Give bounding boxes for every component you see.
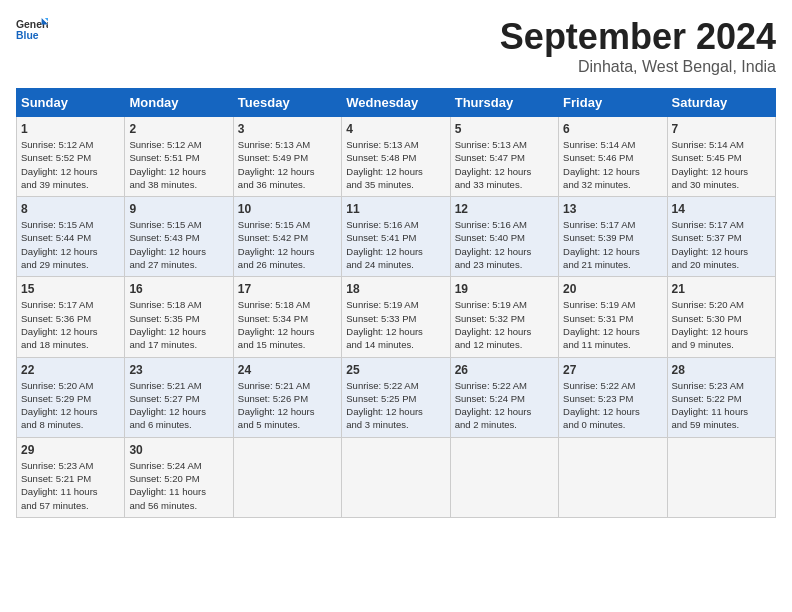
- day-number: 29: [21, 443, 120, 457]
- table-cell: [233, 437, 341, 517]
- table-cell: [667, 437, 775, 517]
- table-cell: 9Sunrise: 5:15 AMSunset: 5:43 PMDaylight…: [125, 197, 233, 277]
- day-number: 1: [21, 122, 120, 136]
- table-cell: 1Sunrise: 5:12 AMSunset: 5:52 PMDaylight…: [17, 117, 125, 197]
- day-number: 12: [455, 202, 554, 216]
- day-info: Sunrise: 5:19 AMSunset: 5:32 PMDaylight:…: [455, 298, 554, 351]
- table-cell: 25Sunrise: 5:22 AMSunset: 5:25 PMDayligh…: [342, 357, 450, 437]
- day-info: Sunrise: 5:18 AMSunset: 5:35 PMDaylight:…: [129, 298, 228, 351]
- day-number: 8: [21, 202, 120, 216]
- day-number: 21: [672, 282, 771, 296]
- table-cell: 23Sunrise: 5:21 AMSunset: 5:27 PMDayligh…: [125, 357, 233, 437]
- day-number: 6: [563, 122, 662, 136]
- calendar-table: Sunday Monday Tuesday Wednesday Thursday…: [16, 88, 776, 518]
- calendar-row: 8Sunrise: 5:15 AMSunset: 5:44 PMDaylight…: [17, 197, 776, 277]
- day-info: Sunrise: 5:20 AMSunset: 5:30 PMDaylight:…: [672, 298, 771, 351]
- day-info: Sunrise: 5:16 AMSunset: 5:40 PMDaylight:…: [455, 218, 554, 271]
- col-thursday: Thursday: [450, 89, 558, 117]
- calendar-row: 15Sunrise: 5:17 AMSunset: 5:36 PMDayligh…: [17, 277, 776, 357]
- svg-text:Blue: Blue: [16, 30, 39, 41]
- day-info: Sunrise: 5:17 AMSunset: 5:36 PMDaylight:…: [21, 298, 120, 351]
- day-info: Sunrise: 5:23 AMSunset: 5:21 PMDaylight:…: [21, 459, 120, 512]
- day-number: 13: [563, 202, 662, 216]
- calendar-row: 22Sunrise: 5:20 AMSunset: 5:29 PMDayligh…: [17, 357, 776, 437]
- day-number: 15: [21, 282, 120, 296]
- day-info: Sunrise: 5:12 AMSunset: 5:51 PMDaylight:…: [129, 138, 228, 191]
- table-cell: 15Sunrise: 5:17 AMSunset: 5:36 PMDayligh…: [17, 277, 125, 357]
- table-cell: 24Sunrise: 5:21 AMSunset: 5:26 PMDayligh…: [233, 357, 341, 437]
- col-sunday: Sunday: [17, 89, 125, 117]
- day-info: Sunrise: 5:21 AMSunset: 5:26 PMDaylight:…: [238, 379, 337, 432]
- table-cell: 17Sunrise: 5:18 AMSunset: 5:34 PMDayligh…: [233, 277, 341, 357]
- table-cell: [342, 437, 450, 517]
- day-number: 5: [455, 122, 554, 136]
- calendar-row: 29Sunrise: 5:23 AMSunset: 5:21 PMDayligh…: [17, 437, 776, 517]
- logo: General Blue: [16, 16, 48, 44]
- logo-icon: General Blue: [16, 16, 48, 44]
- table-cell: 30Sunrise: 5:24 AMSunset: 5:20 PMDayligh…: [125, 437, 233, 517]
- table-cell: 7Sunrise: 5:14 AMSunset: 5:45 PMDaylight…: [667, 117, 775, 197]
- month-title: September 2024: [500, 16, 776, 58]
- col-wednesday: Wednesday: [342, 89, 450, 117]
- day-info: Sunrise: 5:15 AMSunset: 5:42 PMDaylight:…: [238, 218, 337, 271]
- table-cell: 22Sunrise: 5:20 AMSunset: 5:29 PMDayligh…: [17, 357, 125, 437]
- table-cell: 18Sunrise: 5:19 AMSunset: 5:33 PMDayligh…: [342, 277, 450, 357]
- table-cell: 10Sunrise: 5:15 AMSunset: 5:42 PMDayligh…: [233, 197, 341, 277]
- location-title: Dinhata, West Bengal, India: [500, 58, 776, 76]
- day-info: Sunrise: 5:12 AMSunset: 5:52 PMDaylight:…: [21, 138, 120, 191]
- table-cell: 29Sunrise: 5:23 AMSunset: 5:21 PMDayligh…: [17, 437, 125, 517]
- calendar-row: 1Sunrise: 5:12 AMSunset: 5:52 PMDaylight…: [17, 117, 776, 197]
- table-cell: 4Sunrise: 5:13 AMSunset: 5:48 PMDaylight…: [342, 117, 450, 197]
- table-cell: 13Sunrise: 5:17 AMSunset: 5:39 PMDayligh…: [559, 197, 667, 277]
- day-number: 4: [346, 122, 445, 136]
- day-info: Sunrise: 5:19 AMSunset: 5:33 PMDaylight:…: [346, 298, 445, 351]
- day-info: Sunrise: 5:17 AMSunset: 5:37 PMDaylight:…: [672, 218, 771, 271]
- table-cell: 14Sunrise: 5:17 AMSunset: 5:37 PMDayligh…: [667, 197, 775, 277]
- table-cell: 11Sunrise: 5:16 AMSunset: 5:41 PMDayligh…: [342, 197, 450, 277]
- day-info: Sunrise: 5:15 AMSunset: 5:43 PMDaylight:…: [129, 218, 228, 271]
- table-cell: 12Sunrise: 5:16 AMSunset: 5:40 PMDayligh…: [450, 197, 558, 277]
- day-info: Sunrise: 5:21 AMSunset: 5:27 PMDaylight:…: [129, 379, 228, 432]
- col-saturday: Saturday: [667, 89, 775, 117]
- title-area: September 2024 Dinhata, West Bengal, Ind…: [500, 16, 776, 76]
- day-info: Sunrise: 5:14 AMSunset: 5:45 PMDaylight:…: [672, 138, 771, 191]
- day-number: 16: [129, 282, 228, 296]
- table-cell: 27Sunrise: 5:22 AMSunset: 5:23 PMDayligh…: [559, 357, 667, 437]
- day-number: 23: [129, 363, 228, 377]
- table-cell: 8Sunrise: 5:15 AMSunset: 5:44 PMDaylight…: [17, 197, 125, 277]
- day-info: Sunrise: 5:22 AMSunset: 5:23 PMDaylight:…: [563, 379, 662, 432]
- table-cell: 26Sunrise: 5:22 AMSunset: 5:24 PMDayligh…: [450, 357, 558, 437]
- table-cell: 6Sunrise: 5:14 AMSunset: 5:46 PMDaylight…: [559, 117, 667, 197]
- day-number: 18: [346, 282, 445, 296]
- table-cell: [450, 437, 558, 517]
- table-cell: 5Sunrise: 5:13 AMSunset: 5:47 PMDaylight…: [450, 117, 558, 197]
- header-row: Sunday Monday Tuesday Wednesday Thursday…: [17, 89, 776, 117]
- col-friday: Friday: [559, 89, 667, 117]
- day-number: 3: [238, 122, 337, 136]
- day-number: 17: [238, 282, 337, 296]
- day-info: Sunrise: 5:23 AMSunset: 5:22 PMDaylight:…: [672, 379, 771, 432]
- day-number: 30: [129, 443, 228, 457]
- day-number: 2: [129, 122, 228, 136]
- day-info: Sunrise: 5:13 AMSunset: 5:48 PMDaylight:…: [346, 138, 445, 191]
- page-header: General Blue September 2024 Dinhata, Wes…: [16, 16, 776, 76]
- day-info: Sunrise: 5:24 AMSunset: 5:20 PMDaylight:…: [129, 459, 228, 512]
- table-cell: [559, 437, 667, 517]
- day-number: 27: [563, 363, 662, 377]
- day-number: 25: [346, 363, 445, 377]
- day-info: Sunrise: 5:14 AMSunset: 5:46 PMDaylight:…: [563, 138, 662, 191]
- day-info: Sunrise: 5:18 AMSunset: 5:34 PMDaylight:…: [238, 298, 337, 351]
- day-number: 10: [238, 202, 337, 216]
- day-info: Sunrise: 5:19 AMSunset: 5:31 PMDaylight:…: [563, 298, 662, 351]
- day-number: 7: [672, 122, 771, 136]
- day-info: Sunrise: 5:13 AMSunset: 5:47 PMDaylight:…: [455, 138, 554, 191]
- table-cell: 21Sunrise: 5:20 AMSunset: 5:30 PMDayligh…: [667, 277, 775, 357]
- table-cell: 2Sunrise: 5:12 AMSunset: 5:51 PMDaylight…: [125, 117, 233, 197]
- day-number: 26: [455, 363, 554, 377]
- day-number: 19: [455, 282, 554, 296]
- day-number: 11: [346, 202, 445, 216]
- day-number: 14: [672, 202, 771, 216]
- day-info: Sunrise: 5:16 AMSunset: 5:41 PMDaylight:…: [346, 218, 445, 271]
- table-cell: 19Sunrise: 5:19 AMSunset: 5:32 PMDayligh…: [450, 277, 558, 357]
- day-number: 9: [129, 202, 228, 216]
